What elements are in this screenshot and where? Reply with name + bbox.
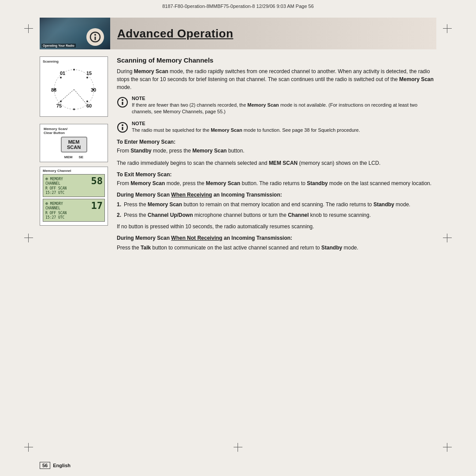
note-icon-2 — [117, 122, 128, 133]
mem-scan-button-box: Memory Scan/Clear Button MEM SCAN MEM SE — [40, 124, 108, 162]
exit-scan-text: From Memory Scan mode, press the Memory … — [117, 179, 436, 187]
lcd1-line4: 15:27 UTC — [45, 191, 64, 195]
lcd-display-2: ⊕ MEMORY CHANNEL R OFF SCAN 15:27 UTC 17 — [43, 199, 105, 222]
lcd2-line4: 15:27 UTC — [45, 216, 64, 219]
mem-btn-line2: SCAN — [66, 145, 82, 150]
reg-mark-tr — [443, 24, 452, 33]
receiving-heading: During Memory Scan When Receiving an Inc… — [117, 192, 436, 198]
page-number-box: 56 — [40, 462, 50, 469]
footer-language: English — [53, 463, 71, 468]
svg-point-12 — [93, 89, 94, 90]
svg-point-24 — [122, 124, 123, 126]
page-footer: 56 English — [40, 462, 71, 469]
section-title: Scanning of Memory Channels — [117, 56, 436, 64]
header-icon — [86, 28, 104, 46]
note-icon-1 — [117, 97, 128, 108]
mem-scan-button-area: MEM SCAN MEM SE — [44, 137, 104, 159]
mem-btn-labels: MEM SE — [64, 155, 83, 159]
lcd-display-1: ⊕ MEMORY CHANNEL R OFF SCAN 15:27 UTC 58 — [43, 174, 105, 197]
page-header: Operating Your Radio Advanced Operation — [40, 18, 436, 49]
page-number: 56 — [42, 463, 48, 468]
two-column-layout: Scanning 01 15 30 — [40, 56, 436, 256]
header-title-block: Advanced Operation — [110, 18, 436, 49]
reg-mark-bottom-center — [234, 443, 242, 452]
svg-point-11 — [86, 77, 88, 78]
svg-point-16 — [54, 89, 56, 90]
svg-text:15: 15 — [86, 71, 92, 76]
note-text-2: The radio must be squelched for the Memo… — [132, 127, 360, 134]
note-box-2: NOTE The radio must be squelched for the… — [117, 121, 436, 134]
note-title-2: NOTE — [132, 121, 360, 126]
dial-container: 01 15 30 60 75 88 — [48, 65, 100, 114]
left-column: Scanning 01 15 30 — [40, 56, 108, 256]
lcd2-line3: R OFF SCAN — [45, 211, 67, 215]
lcd2-line2: CHANNEL — [45, 206, 60, 210]
svg-point-10 — [73, 69, 75, 71]
enter-scan-heading: To Enter Memory Scan: — [117, 139, 436, 145]
mem-scan-button-label: Memory Scan/Clear Button — [44, 127, 104, 135]
lcd1-icon: ⊕ — [45, 176, 48, 181]
svg-line-19 — [56, 89, 74, 105]
page-title: Advanced Operation — [117, 27, 233, 41]
scanning-box: Scanning 01 15 30 — [40, 56, 108, 117]
lcd1-line3: R OFF SCAN — [45, 186, 67, 190]
not-receiving-text: Press the Talk button to communicate on … — [117, 244, 436, 252]
svg-text:01: 01 — [60, 71, 65, 76]
svg-point-13 — [86, 100, 88, 102]
svg-text:60: 60 — [86, 103, 92, 108]
header-image: Operating Your Radio — [40, 18, 110, 49]
page-wrapper: 8187-F80-0peration-8MMBF75-0peration-8 1… — [0, 0, 476, 476]
reg-mark-tl — [24, 24, 33, 33]
reg-mark-right-center — [443, 234, 452, 242]
receiving-item-2: 2. Press the Channel Up/Down microphone … — [117, 211, 436, 219]
svg-point-1 — [94, 34, 96, 36]
exit-scan-heading: To Exit Memory Scan: — [117, 171, 436, 178]
section-label: Operating Your Radio — [41, 44, 76, 48]
receiving-list: 1. Press the Memory Scan button to remai… — [117, 201, 436, 219]
reg-mark-left-center — [24, 234, 33, 242]
note-text-1: If there are fewer than two (2) channels… — [132, 102, 436, 115]
svg-point-17 — [60, 77, 62, 78]
lcd1-line1: MEMORY — [50, 177, 63, 181]
reg-mark-br — [443, 443, 452, 452]
reg-mark-bl — [24, 443, 33, 452]
note-content-2: NOTE The radio must be squelched for the… — [132, 121, 360, 134]
enter-scan-text1: From Standby mode, press the Memory Scan… — [117, 147, 436, 155]
enter-scan-text2: The radio immediately begins to scan the… — [117, 159, 436, 167]
lcd2-number: 17 — [91, 200, 103, 211]
dial-svg: 01 15 30 60 75 88 — [48, 65, 100, 114]
scanning-label: Scanning — [43, 60, 105, 63]
mem-btn-line1: MEM — [66, 139, 82, 145]
auto-resume-text: If no button is pressed within 10 second… — [117, 223, 436, 231]
main-content: Operating Your Radio Advanced Operation — [40, 18, 436, 436]
svg-rect-25 — [122, 127, 123, 130]
svg-line-18 — [74, 89, 87, 105]
memory-channel-box: Memory Channel ⊕ MEMORY CHANNEL R OFF SC… — [40, 167, 108, 226]
header-filepath: 8187-F80-0peration-8MMBF75-0peration-8 1… — [0, 4, 476, 9]
right-column: Scanning of Memory Channels During Memor… — [117, 56, 436, 256]
note-content-1: NOTE If there are fewer than two (2) cha… — [132, 96, 436, 115]
receiving-item-1: 1. Press the Memory Scan button to remai… — [117, 201, 436, 208]
lcd2-line1: MEMORY — [50, 202, 63, 206]
mem-scan-btn: MEM SCAN — [61, 137, 87, 152]
intro-text: During Memory Scan mode, the radio rapid… — [117, 67, 436, 91]
note-box-1: NOTE If there are fewer than two (2) cha… — [117, 96, 436, 115]
lcd1-line2: CHANNEL — [45, 182, 60, 186]
mem-btn-right-label: SE — [79, 155, 84, 159]
svg-point-21 — [122, 99, 123, 101]
mem-btn-left-label: MEM — [64, 155, 73, 159]
memory-channel-label: Memory Channel — [43, 169, 105, 173]
note-title-1: NOTE — [132, 96, 436, 101]
svg-rect-22 — [122, 102, 123, 105]
lcd2-icon: ⊕ — [45, 201, 48, 206]
lcd1-number: 58 — [91, 175, 103, 186]
svg-point-14 — [73, 108, 75, 110]
not-receiving-heading: During Memory Scan When Not Receiving an… — [117, 235, 436, 241]
svg-rect-2 — [95, 37, 96, 40]
svg-text:88: 88 — [51, 87, 56, 93]
